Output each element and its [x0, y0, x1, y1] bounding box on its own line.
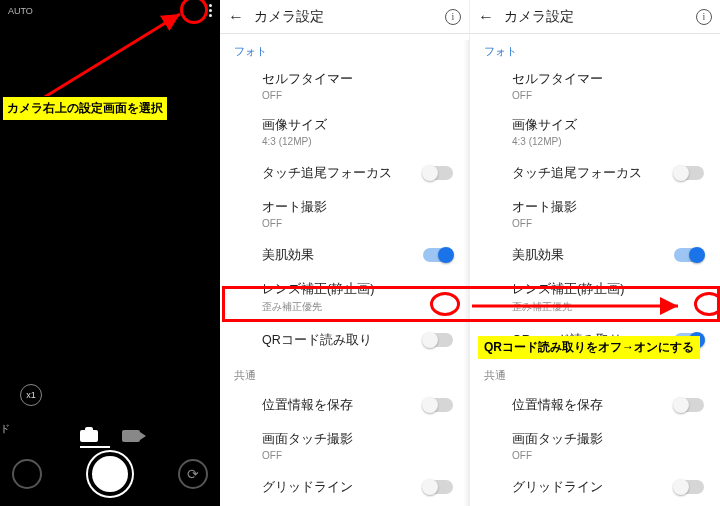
sublabel: OFF	[512, 218, 577, 229]
switch-camera-icon[interactable]: ⟳	[178, 459, 208, 489]
item-touch-track[interactable]: タッチ追尾フォーカス	[470, 155, 720, 191]
zoom-badge[interactable]: x1	[20, 384, 42, 406]
settings-screen-before: ← カメラ設定 i フォト セルフタイマー OFF 画像サイズ 4:3 (12M…	[220, 0, 470, 506]
sublabel: OFF	[512, 450, 603, 461]
item-auto-shot[interactable]: オート撮影 OFF	[470, 191, 720, 237]
item-grid[interactable]: グリッドライン	[220, 469, 469, 505]
item-beauty[interactable]: 美肌効果	[470, 237, 720, 273]
section-photo-label: フォト	[220, 34, 469, 63]
settings-title: カメラ設定	[254, 8, 435, 26]
settings-title: カメラ設定	[504, 8, 686, 26]
label: レンズ補正(静止画)	[262, 281, 374, 298]
label: タッチ追尾フォーカス	[512, 165, 642, 182]
item-touch-shot[interactable]: 画面タッチ撮影 OFF	[220, 423, 469, 469]
label: QRコード読み取り	[262, 332, 372, 349]
label: 画像サイズ	[262, 117, 327, 134]
label: タッチ追尾フォーカス	[262, 165, 392, 182]
label: 美肌効果	[262, 247, 314, 264]
shutter-button[interactable]	[88, 452, 132, 496]
info-icon[interactable]: i	[696, 9, 712, 25]
item-self-timer[interactable]: セルフタイマー OFF	[220, 63, 469, 109]
info-icon[interactable]: i	[445, 9, 461, 25]
label: セルフタイマー	[262, 71, 353, 88]
sublabel: 4:3 (12MP)	[512, 136, 577, 147]
label: 画像サイズ	[512, 117, 577, 134]
sublabel: OFF	[512, 90, 603, 101]
sublabel: OFF	[262, 90, 353, 101]
sublabel: OFF	[262, 218, 327, 229]
label: 位置情報を保存	[262, 397, 353, 414]
camera-settings-icon[interactable]	[209, 4, 212, 17]
video-mode-icon[interactable]	[122, 430, 140, 442]
toggle-geotag[interactable]	[423, 398, 453, 412]
item-lens-correction[interactable]: レンズ補正(静止画) 歪み補正優先	[220, 273, 469, 322]
label: レンズ補正(静止画)	[512, 281, 624, 298]
toggle-qr[interactable]	[674, 333, 704, 347]
back-icon[interactable]: ←	[228, 8, 244, 26]
photo-mode-icon[interactable]	[80, 430, 98, 442]
toggle-grid[interactable]	[674, 480, 704, 494]
toggle-touch-track[interactable]	[674, 166, 704, 180]
annotation-callout-top: カメラ右上の設定画面を選択	[2, 96, 168, 121]
item-image-size[interactable]: 画像サイズ 4:3 (12MP)	[470, 109, 720, 155]
item-beauty[interactable]: 美肌効果	[220, 237, 469, 273]
label: オート撮影	[262, 199, 327, 216]
item-geotag[interactable]: 位置情報を保存	[220, 387, 469, 423]
mode-indicator	[80, 446, 110, 448]
section-common-label: 共通	[470, 358, 720, 387]
sublabel: 歪み補正優先	[262, 300, 374, 314]
item-grid[interactable]: グリッドライン	[470, 469, 720, 505]
item-qr[interactable]: QRコード読み取り	[220, 322, 469, 358]
item-lens-correction[interactable]: レンズ補正(静止画) 歪み補正優先	[470, 273, 720, 322]
item-auto-shot[interactable]: オート撮影 OFF	[220, 191, 469, 237]
gallery-thumbnail[interactable]	[12, 459, 42, 489]
label: 位置情報を保存	[512, 397, 603, 414]
label: セルフタイマー	[512, 71, 603, 88]
label: 画面タッチ撮影	[262, 431, 353, 448]
label: グリッドライン	[512, 479, 603, 496]
toggle-touch-track[interactable]	[423, 166, 453, 180]
item-touch-track[interactable]: タッチ追尾フォーカス	[220, 155, 469, 191]
label: 美肌効果	[512, 247, 564, 264]
toggle-beauty[interactable]	[674, 248, 704, 262]
annotation-arrow-top	[10, 8, 200, 108]
camera-mode-auto: AUTO	[8, 6, 33, 16]
label: グリッドライン	[262, 479, 353, 496]
sublabel: 4:3 (12MP)	[262, 136, 327, 147]
sublabel: OFF	[262, 450, 353, 461]
section-photo-label: フォト	[470, 34, 720, 63]
toggle-qr[interactable]	[423, 333, 453, 347]
toggle-beauty[interactable]	[423, 248, 453, 262]
label: QRコード読み取り	[512, 332, 622, 349]
item-geotag[interactable]: 位置情報を保存	[470, 387, 720, 423]
item-touch-shot[interactable]: 画面タッチ撮影 OFF	[470, 423, 720, 469]
toggle-grid[interactable]	[423, 480, 453, 494]
label: 画面タッチ撮影	[512, 431, 603, 448]
item-qr[interactable]: QRコード読み取り	[470, 322, 720, 358]
sublabel: 歪み補正優先	[512, 300, 624, 314]
camera-screen: AUTO カメラ右上の設定画面を選択 x1 ド ⟳	[0, 0, 220, 506]
section-common-label: 共通	[220, 358, 469, 387]
toggle-geotag[interactable]	[674, 398, 704, 412]
svg-line-0	[30, 14, 180, 106]
settings-screen-after: ← カメラ設定 i フォト セルフタイマー OFF 画像サイズ 4:3 (12M…	[470, 0, 720, 506]
item-image-size[interactable]: 画像サイズ 4:3 (12MP)	[220, 109, 469, 155]
back-icon[interactable]: ←	[478, 8, 494, 26]
label: オート撮影	[512, 199, 577, 216]
item-self-timer[interactable]: セルフタイマー OFF	[470, 63, 720, 109]
